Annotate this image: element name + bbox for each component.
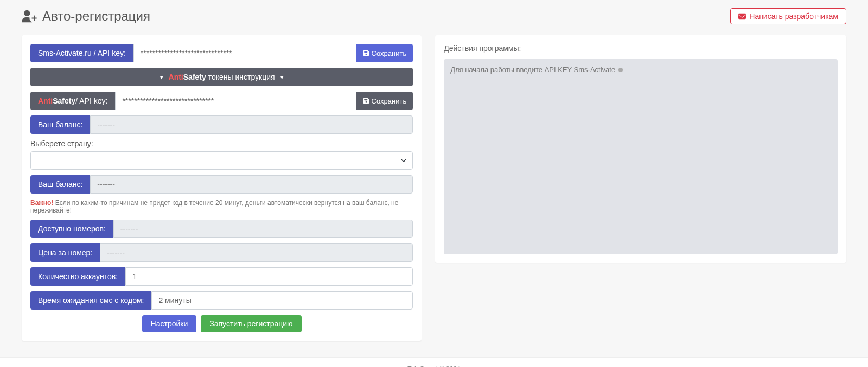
start-registration-button[interactable]: Запустить регистрацию — [201, 315, 301, 332]
user-plus-icon — [22, 9, 37, 24]
save-icon — [363, 50, 369, 56]
sms-activate-label: Sms-Activate.ru / API key: — [30, 44, 133, 62]
country-label: Выберете страну: — [30, 139, 413, 148]
antisafety-tokens-toggle[interactable]: ▼ AntiSafety токены инструкция ▼ — [30, 68, 413, 86]
page-title: Авто-регистрация — [22, 9, 150, 24]
contact-devs-button[interactable]: Написать разработчикам — [730, 8, 846, 24]
accounts-count-label: Количество аккаунтов: — [30, 267, 125, 286]
log-body: Для начала работы введите API KEY Sms-Ac… — [444, 59, 838, 254]
footer: TeleGrand © 2024 — [0, 357, 868, 367]
config-card: Sms-Activate.ru / API key: Сохранить ▼ A… — [22, 35, 422, 341]
log-title: Действия программы: — [444, 44, 838, 53]
antisafety-input[interactable] — [115, 92, 356, 110]
price-value — [100, 243, 413, 262]
price-label: Цена за номер: — [30, 243, 100, 262]
sms-wait-input[interactable] — [151, 291, 413, 310]
balance-2-label: Ваш баланс: — [30, 175, 90, 194]
balance-2-value — [90, 175, 413, 194]
antisafety-save-button[interactable]: Сохранить — [356, 92, 413, 110]
antisafety-group: AntiSafety / API key: Сохранить — [30, 92, 413, 110]
settings-button[interactable]: Настройки — [142, 315, 197, 332]
accounts-count-group: Количество аккаунтов: — [30, 267, 413, 286]
balance-1-value — [90, 115, 413, 134]
sms-wait-label: Время ожидания смс с кодом: — [30, 291, 151, 310]
balance-1-group: Ваш баланс: — [30, 115, 413, 134]
available-numbers-group: Доступно номеров: — [30, 220, 413, 238]
available-numbers-label: Доступно номеров: — [30, 220, 113, 238]
sms-activate-save-button[interactable]: Сохранить — [356, 44, 413, 62]
caret-down-icon: ▼ — [279, 74, 285, 80]
balance-2-group: Ваш баланс: — [30, 175, 413, 194]
page-header: Авто-регистрация Написать разработчикам — [22, 8, 846, 24]
save-icon — [363, 98, 369, 104]
log-message: Для начала работы введите API KEY Sms-Ac… — [450, 66, 615, 74]
status-dot-icon — [618, 68, 623, 72]
accounts-count-input[interactable] — [125, 267, 413, 286]
envelope-icon — [738, 12, 746, 20]
sms-activate-input[interactable] — [133, 44, 356, 62]
action-row: Настройки Запустить регистрацию — [30, 315, 413, 332]
sms-wait-group: Время ожидания смс с кодом: — [30, 291, 413, 310]
sms-activate-group: Sms-Activate.ru / API key: Сохранить — [30, 44, 413, 62]
warning-text: Важно! Если по каким-то причинам не прид… — [30, 199, 413, 214]
caret-down-icon: ▼ — [159, 74, 164, 80]
antisafety-label: AntiSafety / API key: — [30, 92, 115, 110]
price-group: Цена за номер: — [30, 243, 413, 262]
country-select[interactable] — [30, 151, 413, 170]
log-card: Действия программы: Для начала работы вв… — [435, 35, 846, 263]
available-numbers-value — [113, 220, 413, 238]
balance-1-label: Ваш баланс: — [30, 115, 90, 134]
